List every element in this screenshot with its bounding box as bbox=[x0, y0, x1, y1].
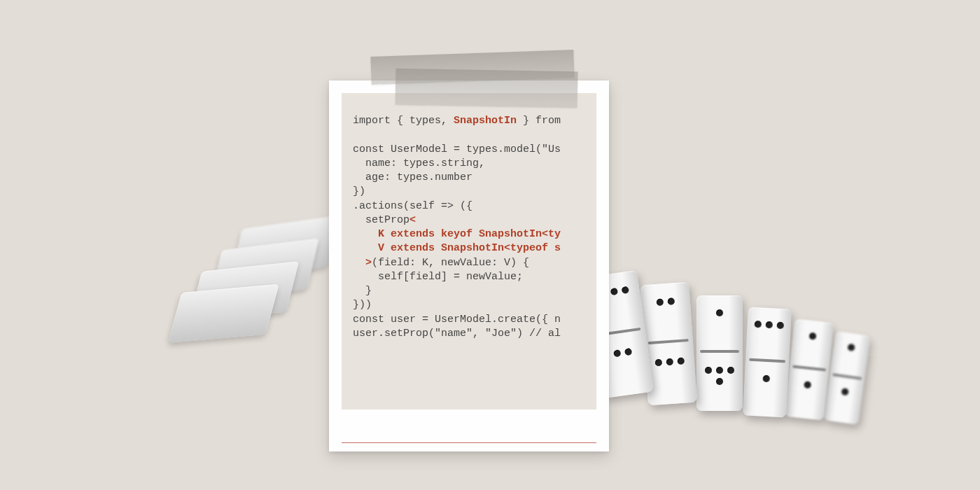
code-line: user.setProp("name", "Joe") // al bbox=[353, 328, 561, 340]
code-highlight: > bbox=[353, 257, 372, 269]
code-line: name: types.string, bbox=[353, 158, 485, 169]
code-line: const user = UserModel.create({ n bbox=[353, 314, 561, 326]
fallen-dominoes-group bbox=[168, 210, 350, 336]
code-line: age: types.number bbox=[353, 172, 472, 183]
code-line: import { types, bbox=[353, 115, 454, 127]
code-line: })) bbox=[353, 299, 372, 311]
domino-fallen bbox=[168, 284, 279, 343]
domino-standing bbox=[743, 307, 792, 417]
domino-standing bbox=[696, 295, 743, 411]
code-highlight: K extends keyof SnapshotIn<ty bbox=[353, 228, 561, 240]
code-line: } from bbox=[517, 115, 561, 127]
standing-dominoes-group bbox=[595, 266, 896, 448]
polaroid-card: import { types, SnapshotIn } from const … bbox=[329, 80, 609, 451]
code-line: (field: K, newValue: V) { bbox=[372, 257, 529, 269]
code-line: .actions(self => ({ bbox=[353, 200, 472, 212]
code-line: self[field] = newValue; bbox=[353, 271, 523, 283]
code-highlight: < bbox=[410, 214, 416, 226]
code-highlight: V extends SnapshotIn<typeof s bbox=[353, 242, 561, 254]
code-line: setProp bbox=[353, 214, 410, 226]
code-line: }) bbox=[353, 186, 365, 197]
code-line: } bbox=[353, 285, 372, 297]
code-line: const UserModel = types.model("Us bbox=[353, 144, 561, 155]
tape-strip bbox=[396, 69, 578, 108]
polaroid-underline bbox=[342, 442, 596, 444]
code-snippet: import { types, SnapshotIn } from const … bbox=[342, 93, 596, 410]
code-highlight: SnapshotIn bbox=[454, 115, 517, 127]
